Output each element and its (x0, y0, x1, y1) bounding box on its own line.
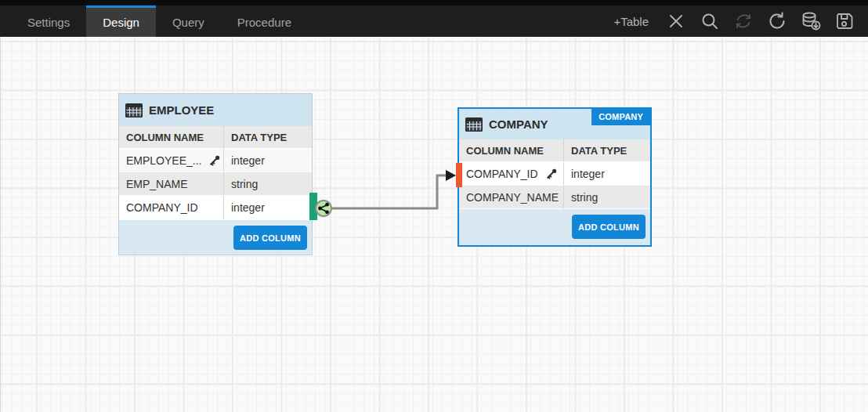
entity-table-company[interactable]: COMPANY COMPANY COLUMN NAME DATA TYPE CO (458, 107, 652, 247)
column-type: integer (564, 162, 650, 185)
top-toolbar: Settings Design Query Procedure +Table (0, 0, 868, 37)
table-row[interactable]: EMPLOYEE_... integer (119, 149, 312, 172)
table-grid-icon (125, 103, 143, 117)
column-name: COMPANY_ID (126, 201, 198, 214)
relation-line[interactable] (331, 175, 446, 208)
primary-key-icon (209, 154, 221, 166)
tab-procedure[interactable]: Procedure (221, 5, 308, 37)
search-icon[interactable] (699, 10, 721, 32)
table-row[interactable]: COMPANY_ID integer (119, 196, 312, 220)
table-row[interactable]: COMPANY_NAME string (459, 186, 650, 209)
design-canvas[interactable]: EMPLOYEE COLUMN NAME DATA TYPE EMPLOYEE_… (0, 37, 868, 412)
employee-table-header[interactable]: EMPLOYEE (119, 94, 312, 126)
column-name-header: COLUMN NAME (459, 139, 564, 161)
close-icon[interactable] (665, 10, 687, 32)
tab-query[interactable]: Query (156, 5, 221, 37)
relation-many-symbol[interactable] (316, 201, 331, 216)
tab-bar: Settings Design Query Procedure (11, 5, 308, 37)
column-type: integer (224, 196, 312, 219)
company-table-title: COMPANY (489, 117, 548, 131)
tab-design[interactable]: Design (86, 5, 156, 37)
employee-table-footer: ADD COLUMN (119, 220, 312, 255)
add-column-button[interactable]: ADD COLUMN (233, 226, 307, 250)
column-name: COMPANY_ID (466, 168, 538, 180)
column-type: string (224, 172, 312, 195)
column-type: integer (224, 149, 312, 172)
relation-branch-icon (320, 205, 327, 212)
column-name: EMPLOYEE_... (126, 154, 201, 167)
add-table-button[interactable]: +Table (613, 15, 649, 28)
table-grid-icon (465, 117, 483, 132)
table-row[interactable]: EMP_NAME string (119, 172, 312, 196)
tab-settings[interactable]: Settings (11, 5, 86, 37)
add-column-button[interactable]: ADD COLUMN (572, 215, 646, 239)
table-row[interactable]: COMPANY_ID integer (459, 162, 650, 186)
company-table-footer: ADD COLUMN (459, 209, 650, 245)
data-type-header: DATA TYPE (564, 139, 650, 161)
company-column-headers: COLUMN NAME DATA TYPE (459, 139, 650, 162)
sync-icon[interactable] (732, 10, 754, 32)
column-name: COMPANY_NAME (466, 191, 559, 204)
column-name: EMP_NAME (126, 178, 188, 190)
entity-table-employee[interactable]: EMPLOYEE COLUMN NAME DATA TYPE EMPLOYEE_… (118, 93, 313, 255)
save-icon[interactable] (834, 10, 855, 32)
column-type: string (564, 186, 650, 208)
database-pull-icon[interactable] (800, 10, 822, 32)
toolbar-controls: +Table (613, 5, 868, 37)
refresh-icon[interactable] (766, 10, 788, 32)
relation-branch-dots (318, 203, 329, 214)
primary-key-icon (546, 168, 558, 179)
employee-column-headers: COLUMN NAME DATA TYPE (119, 126, 312, 149)
employee-table-title: EMPLOYEE (149, 103, 214, 117)
selected-table-badge: COMPANY (591, 109, 650, 125)
data-type-header: DATA TYPE (224, 126, 312, 148)
column-name-header: COLUMN NAME (119, 126, 224, 148)
relation-arrowhead (446, 170, 456, 181)
